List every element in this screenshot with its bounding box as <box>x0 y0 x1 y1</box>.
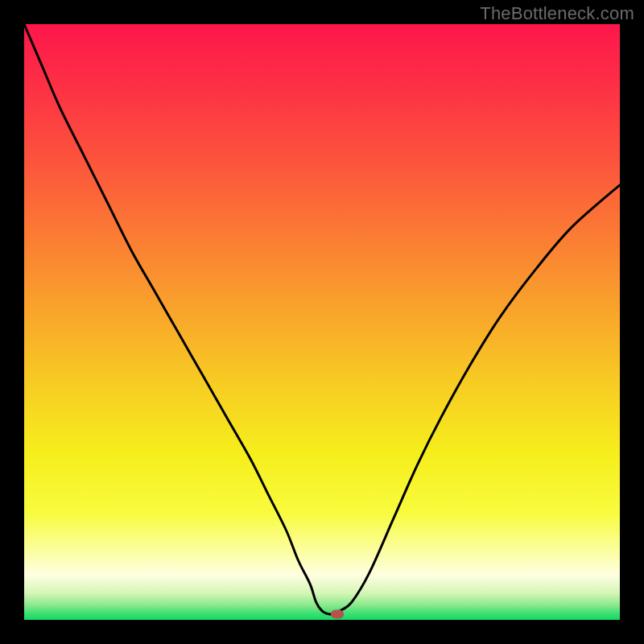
bottleneck-curve <box>24 24 620 614</box>
plot-area <box>24 24 620 620</box>
curve-layer <box>24 24 620 620</box>
optimal-point-marker <box>331 609 344 618</box>
chart-frame: TheBottleneck.com <box>0 0 644 644</box>
watermark-text: TheBottleneck.com <box>480 3 634 24</box>
